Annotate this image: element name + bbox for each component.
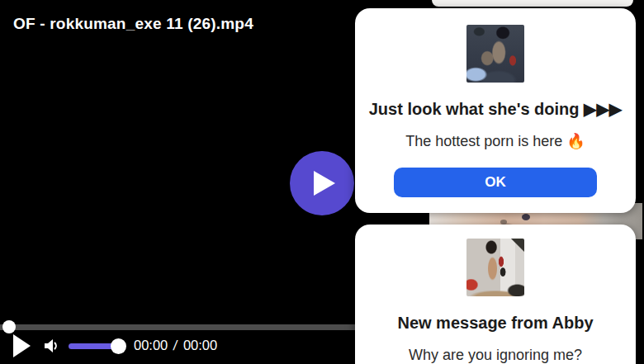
video-title: OF - rokkuman_exe 11 (26).mp4 — [13, 15, 253, 33]
time-separator: / — [173, 338, 178, 353]
popup-subtitle: The hottest porn is here 🔥 — [355, 131, 636, 151]
play-icon — [312, 169, 337, 197]
popup-ad-card[interactable]: Just look what she's doing ▶▶▶ The hotte… — [355, 8, 636, 213]
background-popup-edge — [432, 0, 633, 7]
popup-title: Just look what she's doing ▶▶▶ — [355, 99, 636, 119]
popup-thumbnail-image[interactable] — [466, 25, 524, 83]
popup-thumbnail-image[interactable] — [466, 239, 524, 296]
play-button[interactable] — [13, 334, 31, 357]
time-display: 00:00 / 00:00 — [134, 338, 217, 353]
speaker-icon[interactable] — [41, 336, 61, 356]
volume-knob[interactable] — [111, 338, 126, 354]
thumbnail-detail — [522, 214, 530, 220]
ok-button[interactable]: OK — [394, 168, 597, 197]
popup-title: New message from Abby — [355, 313, 636, 333]
volume-slider[interactable] — [69, 343, 122, 349]
page: OF - rokkuman_exe 11 (26).mp4 00:00 — [0, 0, 644, 364]
popup-subtitle: Why are you ignoring me? — [355, 345, 636, 364]
time-current: 00:00 — [134, 338, 168, 353]
popup-message-card[interactable]: New message from Abby Why are you ignori… — [355, 225, 636, 364]
time-duration: 00:00 — [183, 338, 217, 353]
big-play-button[interactable] — [290, 151, 354, 215]
